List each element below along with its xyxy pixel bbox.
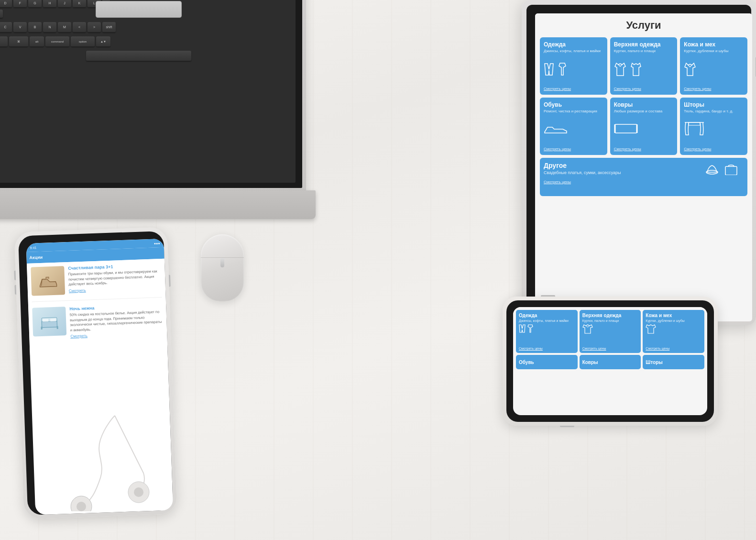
key-cmd-symbol: ⌘	[9, 36, 28, 47]
phone-bottom-shoes[interactable]: Обувь	[516, 355, 578, 369]
svg-rect-6	[725, 166, 737, 175]
phone-right-vol-btn	[541, 295, 555, 297]
phone-right-card-outerwear[interactable]: Верхняя одежда Куртки, пальто и плащи См…	[580, 310, 641, 353]
service-card-carpets[interactable]: Ковры Любых размеров и состава Смо	[610, 98, 678, 155]
pants-icon	[544, 63, 554, 76]
services-title: Услуги	[540, 19, 747, 32]
card-desc-carpets: Любых размеров и состава	[614, 109, 674, 114]
laptop: S D F G H J K L enter return	[0, 0, 335, 215]
card-desc-curtains: Тюль, гардина, бандо и т. д.	[684, 109, 744, 114]
service-card-shoes[interactable]: Обувь Ремонт, чистка и реставрация Смотр…	[540, 98, 607, 155]
promo-desc-bedding: 50% скидка на постельное белье. Акция де…	[70, 309, 163, 333]
laptop-screen: S D F G H J K L enter return	[0, 0, 296, 183]
card-link-clothes[interactable]: Смотреть цены	[544, 87, 603, 91]
phone-dress-icon	[527, 324, 533, 333]
phone-bottom-carpets[interactable]: Ковры	[580, 355, 641, 369]
phone-right-desc-outerwear: Куртки, пальто и плащи	[582, 319, 638, 323]
services-page: Услуги Одежда Джинсы, кофты, платья и ма…	[535, 13, 752, 202]
computer-mouse	[201, 234, 244, 301]
key-d: D	[0, 0, 12, 8]
card-desc-outerwear: Куртки, пальто и плащи	[614, 49, 674, 54]
card-title-curtains: Шторы	[684, 101, 744, 108]
phone-right-desc-leather: Куртки, дубленки и шубы	[646, 319, 701, 323]
card-link-leather[interactable]: Смотреть цены	[684, 87, 744, 91]
phone-right-services: Одежда Джинсы, кофты, платья и майки	[513, 307, 707, 372]
svg-rect-10	[57, 326, 58, 329]
card-desc-other: Свадебные платья, сумки, аксессуары	[544, 170, 621, 176]
key-n: N	[43, 22, 56, 33]
phone-right-body: Одежда Джинсы, кофты, платья и майки	[503, 297, 718, 426]
phone-right-link-outerwear[interactable]: Смотреть цены	[582, 347, 638, 350]
promo-item-bedding[interactable]: Ночь нежна 50% скидка на постельное бель…	[32, 303, 164, 345]
mouse-body	[201, 234, 244, 301]
key-arrows: ▲▼	[96, 36, 110, 47]
trackpad	[96, 1, 182, 18]
card-title-other: Другое	[544, 162, 621, 169]
phone-right-btn-bottom	[560, 426, 574, 427]
phone-bottom-title-curtains: Шторы	[646, 360, 663, 365]
key-k: K	[73, 0, 86, 8]
phone-time: 9:41	[30, 246, 37, 249]
card-link-outerwear[interactable]: Смотреть цены	[614, 87, 674, 91]
phone-signal: ●●●	[154, 242, 160, 245]
phone-right-title-outerwear: Верхняя одежда	[582, 313, 638, 318]
svg-point-14	[77, 502, 86, 511]
promo-image-bedding	[32, 307, 66, 336]
phone-left-vol-down	[14, 285, 16, 295]
laptop-screen-bezel: S D F G H J K L enter return	[0, 0, 302, 188]
card-title-shoes: Обувь	[544, 101, 603, 108]
promo-item-shoes[interactable]: Счастливая пара 3+1 Принесите три пары о…	[31, 263, 162, 302]
phone-jacket-icon	[582, 324, 593, 334]
phone-bottom-curtains[interactable]: Шторы	[643, 355, 704, 369]
tablet: Услуги Одежда Джинсы, кофты, платья и ма…	[522, 0, 756, 325]
tablet-screen-bezel: Услуги Одежда Джинсы, кофты, платья и ма…	[526, 5, 751, 320]
card-link-carpets[interactable]: Смотреть цены	[614, 147, 674, 151]
phone-right-desc-clothes: Джинсы, кофты, платья и майки	[519, 319, 575, 323]
phone-right: Одежда Джинсы, кофты, платья и майки	[503, 297, 718, 426]
curtains-icon	[684, 121, 705, 136]
phone-right-card-clothes[interactable]: Одежда Джинсы, кофты, платья и майки	[516, 310, 578, 353]
svg-rect-0	[615, 124, 637, 133]
svg-rect-9	[41, 327, 43, 330]
service-card-outerwear[interactable]: Верхняя одежда Куртки, пальто и плащи	[610, 37, 678, 95]
phone-right-title-leather: Кожа и мех	[646, 313, 701, 318]
phone-right-title-clothes: Одежда	[519, 313, 575, 318]
phone-right-screen-bezel: Одежда Джинсы, кофты, платья и майки	[506, 300, 714, 422]
phone-bottom-title-carpets: Ковры	[582, 360, 598, 365]
phone-right-grid: Одежда Джинсы, кофты, платья и майки	[516, 310, 704, 353]
key-h: H	[43, 0, 56, 8]
service-card-curtains[interactable]: Шторы Тюль, гардина, бандо и т. д.	[680, 98, 747, 155]
phone-right-card-leather[interactable]: Кожа и мех Куртки, дубленки и шубы Смотр…	[643, 310, 704, 353]
card-link-curtains[interactable]: Смотреть цены	[684, 147, 744, 151]
key-c: C	[0, 22, 12, 33]
key-cmd-left: ⌘	[0, 36, 8, 47]
service-card-clothes[interactable]: Одежда Джинсы, кофты, платья и майки	[540, 37, 607, 95]
card-link-shoes[interactable]: Смотреть цены	[544, 147, 603, 151]
laptop-base	[0, 190, 316, 219]
laptop-body: S D F G H J K L enter return	[0, 0, 306, 196]
phone-right-link-clothes[interactable]: Смотреть цены	[519, 347, 575, 350]
shoe-icon	[544, 123, 568, 134]
dress-icon	[558, 63, 567, 76]
card-desc-leather: Куртки, дубленки и шубы	[684, 49, 744, 54]
jacket-icon	[614, 63, 626, 76]
card-link-other[interactable]: Смотреть цены	[544, 180, 744, 184]
key-lt: <	[73, 22, 86, 33]
tablet-screen: Услуги Одежда Джинсы, кофты, платья и ма…	[535, 13, 752, 321]
bag-icon	[723, 162, 739, 175]
hat-icon	[705, 162, 719, 177]
services-grid: Одежда Джинсы, кофты, платья и майки	[540, 37, 747, 155]
phone-fur-icon	[646, 324, 656, 334]
service-card-leather[interactable]: Кожа и мех Куртки, дубленки и шубы	[680, 37, 747, 95]
svg-rect-11	[43, 319, 48, 321]
promo-text-bedding: Ночь нежна 50% скидка на постельное бель…	[69, 303, 163, 339]
key-alt: alt	[30, 36, 44, 47]
key-command: command	[45, 36, 69, 47]
key-f: F	[13, 0, 27, 8]
phone-right-bottom-row: Обувь Ковры Шторы	[516, 355, 704, 369]
key-gt: >	[88, 22, 101, 33]
coat-icon	[630, 63, 642, 76]
phone-right-link-leather[interactable]: Смотреть цены	[646, 347, 701, 350]
service-card-other[interactable]: Другое Свадебные платья, сумки, аксессуа…	[540, 158, 747, 196]
shoes-promo-icon	[38, 272, 58, 290]
